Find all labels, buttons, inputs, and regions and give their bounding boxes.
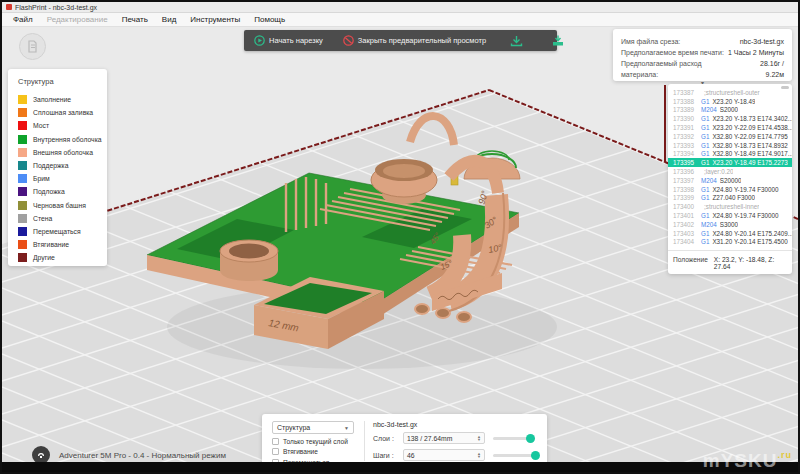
- steps-label: Шаги :: [373, 452, 403, 459]
- gcode-row[interactable]: 173395G1X23.20 Y-18.49 E175.2273: [668, 158, 792, 167]
- gcode-row[interactable]: 173396;layer:0.20: [668, 167, 792, 176]
- legend-item: Перемещаться: [18, 225, 107, 238]
- steps-stepper[interactable]: ▲▼: [477, 452, 481, 458]
- legend-swatch: [18, 161, 27, 170]
- gcode-row[interactable]: 173394G1X32.80 Y-18.49 E174.9017...: [668, 150, 792, 159]
- structure-dropdown[interactable]: Структура ▼: [272, 421, 354, 434]
- structure-legend: Структура ЗаполнениеСплошная заливкаМост…: [8, 69, 107, 266]
- gcode-row[interactable]: 173402M204S3000: [668, 220, 792, 229]
- legend-swatch: [18, 201, 27, 210]
- gcode-row[interactable]: 173400;structureshell-inner: [668, 202, 792, 211]
- gcode-panel[interactable]: 173387;structureshell-outer173388G1X23.2…: [668, 84, 792, 274]
- model-cylinder: [220, 240, 278, 281]
- legend-item: Брим: [18, 172, 107, 185]
- legend-item: Внешняя оболочка: [18, 146, 107, 159]
- gcode-row[interactable]: 173390G1X23.20 Y-18.73 E174.3402...: [668, 114, 792, 123]
- gcode-row[interactable]: 173404G1X31.20 Y-20.14 E175.4500: [668, 238, 792, 247]
- gcode-row[interactable]: 173397M204S20000: [668, 176, 792, 185]
- checkbox-1[interactable]: Втягивание: [272, 448, 364, 455]
- legend-item: Поддержка: [18, 159, 107, 172]
- slice-info-card: Имя файла среза:nbc-3d-test.gxПредполага…: [613, 29, 792, 81]
- printer-status: Adventurer 5M Pro - 0.4 - Нормальный реж…: [32, 446, 226, 462]
- close-preview-button[interactable]: Закрыть предварительный просмотр: [333, 30, 496, 51]
- legend-swatch: [18, 253, 27, 262]
- chevron-down-icon: ▼: [344, 425, 349, 431]
- gcode-row[interactable]: 173387;structureshell-outer: [668, 88, 792, 97]
- menu-item-2[interactable]: Печать: [115, 15, 155, 24]
- title-bar[interactable]: FlashPrint - nbc-3d-test.gx: [2, 2, 798, 13]
- gcode-row[interactable]: 173388G1X23.20 Y-18.49: [668, 97, 792, 106]
- menu-item-1[interactable]: Редактирование: [40, 15, 115, 24]
- gcode-row[interactable]: 173401G1X24.80 Y-19.74 F30000: [668, 211, 792, 220]
- legend-item: Заполнение: [18, 93, 107, 106]
- checkbox-box[interactable]: [272, 438, 279, 445]
- gcode-row[interactable]: 173393G1X32.80 Y-18.73 E174.8932: [668, 141, 792, 150]
- no-entry-icon: [343, 35, 354, 46]
- download-icon: [510, 35, 523, 47]
- play-circle-icon: [254, 35, 265, 46]
- legend-swatch: [18, 95, 27, 104]
- start-slice-button[interactable]: Начать нарезку: [244, 30, 333, 51]
- preview-toolbar: Начать нарезку Закрыть предварительный п…: [244, 30, 557, 51]
- 3d-viewport[interactable]: 12 mm: [2, 27, 798, 462]
- layers-slider-thumb[interactable]: [526, 434, 535, 443]
- layer-control-panel: Структура ▼ Только текущий слойВтягивани…: [262, 414, 547, 462]
- gcode-row[interactable]: 173399G1Z27.040 F3000: [668, 194, 792, 203]
- window-title: FlashPrint - nbc-3d-test.gx: [15, 4, 97, 11]
- bottom-strip: [2, 462, 798, 472]
- menu-item-5[interactable]: Помощь: [247, 15, 292, 24]
- gcode-row[interactable]: 173391G1X23.20 Y-22.09 E174.4538...: [668, 123, 792, 132]
- send-to-printer-icon: [551, 35, 565, 47]
- gcode-row[interactable]: 173403G1X24.80 Y-20.14 E175.2409...: [668, 229, 792, 238]
- steps-slider[interactable]: [493, 449, 539, 461]
- legend-swatch: [18, 174, 27, 183]
- menu-item-4[interactable]: Инструменты: [183, 15, 247, 24]
- legend-item: Другие: [18, 251, 107, 264]
- layers-slider[interactable]: [493, 432, 539, 444]
- preview-filename: nbc-3d-test.gx: [373, 421, 539, 428]
- app-icon: [6, 4, 12, 10]
- legend-swatch: [18, 135, 27, 144]
- layers-value-field[interactable]: 138 / 27.64mm ▲▼: [403, 432, 485, 444]
- legend-swatch: [18, 214, 27, 223]
- legend-item: Мост: [18, 119, 107, 132]
- legend-swatch: [18, 227, 27, 236]
- legend-swatch: [18, 187, 27, 196]
- legend-title: Структура: [18, 77, 107, 86]
- site-watermark: mYSKU.ru: [703, 450, 792, 472]
- legend-item: Подложка: [18, 185, 107, 198]
- document-icon: [26, 40, 39, 53]
- legend-swatch: [18, 148, 27, 157]
- position-value: X: 23.2, Y: -18.48, Z: 27.64: [714, 256, 787, 270]
- menu-bar: ФайлРедактированиеПечатьВидИнструментыПо…: [2, 13, 798, 27]
- gcode-row[interactable]: 173392G1X32.80 Y-22.09 E174.7795: [668, 132, 792, 141]
- legend-item: Сплошная заливка: [18, 106, 107, 119]
- send-to-printer-button[interactable]: [537, 30, 579, 51]
- layers-label: Слои :: [373, 435, 403, 442]
- open-file-button[interactable]: [19, 33, 46, 60]
- legend-item: Втягивание: [18, 238, 107, 251]
- legend-item: Черновая башня: [18, 199, 107, 212]
- legend-swatch: [18, 121, 27, 130]
- menu-item-3[interactable]: Вид: [155, 15, 183, 24]
- printer-icon: [32, 446, 50, 462]
- gcode-row[interactable]: 173398G1X24.80 Y-19.74 F30000: [668, 185, 792, 194]
- legend-swatch: [18, 240, 27, 249]
- save-gcode-button[interactable]: [496, 30, 537, 51]
- position-readout: Положение X: 23.2, Y: -18.48, Z: 27.64: [668, 250, 792, 270]
- checkbox-0[interactable]: Только текущий слой: [272, 438, 364, 445]
- gcode-row[interactable]: 173389M204S2000: [668, 106, 792, 115]
- scrollbar-handle[interactable]: [781, 86, 789, 89]
- checkbox-box[interactable]: [272, 448, 279, 455]
- legend-swatch: [18, 108, 27, 117]
- printer-status-text: Adventurer 5M Pro - 0.4 - Нормальный реж…: [59, 451, 226, 460]
- steps-value-field[interactable]: 46 ▲▼: [403, 449, 485, 461]
- legend-item: Стена: [18, 212, 107, 225]
- steps-slider-thumb[interactable]: [531, 451, 540, 460]
- menu-item-0[interactable]: Файл: [6, 15, 40, 24]
- legend-item: Внутренняя оболочка: [18, 133, 107, 146]
- slice-info-row: Имя файла среза:nbc-3d-test.gx: [621, 36, 784, 47]
- layers-stepper[interactable]: ▲▼: [477, 435, 481, 441]
- app-window: FlashPrint - nbc-3d-test.gx ФайлРедактир…: [0, 0, 800, 474]
- slice-info-row: Предполагаемый расход материала:28.16г /…: [621, 58, 784, 80]
